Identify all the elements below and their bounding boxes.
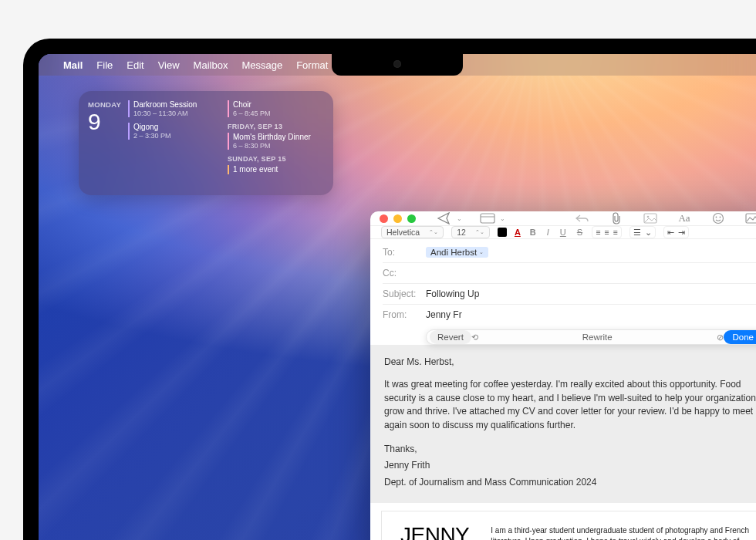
widget-col2: Choir 6 – 8:45 PM FRIDAY, SEP 13 Mom's B… <box>224 100 324 186</box>
subject-row[interactable]: Subject: Following Up <box>383 284 756 305</box>
align-group: ≡ ≡ ≡ <box>592 226 621 238</box>
message-body[interactable]: Dear Ms. Herbst, It was great meeting fo… <box>370 345 756 503</box>
display-notch <box>332 54 463 76</box>
to-recipient-pill[interactable]: Andi Herbst⌄ <box>426 247 488 258</box>
align-left-icon[interactable]: ≡ <box>596 228 600 237</box>
calendar-widget[interactable]: MONDAY 9 Darkroom Session 10:30 – 11:30 … <box>79 91 333 195</box>
cc-row[interactable]: Cc: <box>383 263 756 284</box>
event-choir[interactable]: Choir 6 – 8:45 PM <box>228 100 321 117</box>
event-qigong[interactable]: Qigong 2 – 3:30 PM <box>128 123 221 140</box>
align-right-icon[interactable]: ≡ <box>613 228 617 237</box>
menu-view[interactable]: View <box>158 59 180 71</box>
widget-day-fri: FRIDAY, SEP 13 <box>228 123 321 130</box>
mail-headers: To: Andi Herbst⌄ Cc: Subject: Following … <box>370 239 756 325</box>
app-menu[interactable]: Mail <box>63 59 83 71</box>
event-darkroom[interactable]: Darkroom Session 10:30 – 11:30 AM <box>128 100 221 117</box>
done-button[interactable]: Done <box>724 330 757 344</box>
widget-day: 9 <box>88 110 125 133</box>
svg-point-5 <box>716 217 717 218</box>
body-thanks: Thanks, <box>384 443 756 456</box>
strike-button[interactable]: S <box>575 228 584 237</box>
emoji-icon[interactable] <box>710 211 727 225</box>
widget-col1: Darkroom Session 10:30 – 11:30 AM Qigong… <box>125 100 224 186</box>
color-swatch[interactable] <box>498 228 507 237</box>
writing-tools-bar: Revert ⟲ Rewrite ⊘ Done <box>426 329 756 345</box>
from-row[interactable]: From: Jenny Fr <box>383 305 756 325</box>
svg-point-4 <box>714 214 724 224</box>
mail-compose-window: ⌄ ⌄ Aa ⌄ Helvetica⌃⌄ 12⌃⌄ <box>370 211 756 540</box>
event-birthday[interactable]: Mom's Birthday Dinner 6 – 8:30 PM <box>228 133 321 150</box>
zoom-button[interactable] <box>407 214 416 223</box>
event-more[interactable]: 1 more event <box>228 165 321 174</box>
desktop: Mail File Edit View Mailbox Message Form… <box>39 54 756 540</box>
size-select[interactable]: 12⌃⌄ <box>451 226 490 238</box>
reply-icon[interactable] <box>574 211 591 225</box>
list-group: ☰ ⌄ <box>629 226 656 238</box>
minimize-button[interactable] <box>393 214 402 223</box>
to-label: To: <box>383 247 426 258</box>
svg-point-3 <box>647 216 650 218</box>
italic-button[interactable]: I <box>545 228 551 237</box>
format-bar: Helvetica⌃⌄ 12⌃⌄ A B I U S ≡ ≡ ≡ ☰ ⌄ ⇤ <box>370 225 756 239</box>
resume-name: JENNY FRITH <box>400 525 469 540</box>
body-sig-dept: Dept. of Journalism and Mass Communicati… <box>384 476 756 489</box>
menu-mailbox[interactable]: Mailbox <box>194 59 228 71</box>
media-icon[interactable] <box>744 211 756 225</box>
indent-icon[interactable]: ⇥ <box>678 228 685 237</box>
rewrite-label: Rewrite <box>478 332 717 342</box>
rewrite-step-icon[interactable]: ⊘ <box>717 332 724 343</box>
from-value: Jenny Fr <box>426 309 462 320</box>
laptop-bezel: Mail File Edit View Mailbox Message Form… <box>23 39 756 540</box>
bullet-list-icon[interactable]: ☰ <box>633 228 641 237</box>
align-center-icon[interactable]: ≡ <box>604 228 609 237</box>
format-icon[interactable]: Aa <box>676 211 693 225</box>
revert-button[interactable]: Revert <box>430 330 471 344</box>
attach-icon[interactable] <box>608 211 625 225</box>
header-fields-icon[interactable] <box>479 211 496 225</box>
underline-button[interactable]: U <box>559 228 568 237</box>
to-row[interactable]: To: Andi Herbst⌄ <box>383 242 756 263</box>
menu-format[interactable]: Format <box>296 59 328 71</box>
svg-rect-0 <box>481 214 494 223</box>
close-button[interactable] <box>380 214 388 223</box>
resume-attachment[interactable]: JENNY FRITH I am a third-year student un… <box>381 511 756 540</box>
resume-bio: I am a third-year student undergraduate … <box>491 525 749 540</box>
subject-value: Following Up <box>426 289 479 299</box>
color-a-icon[interactable]: A <box>515 228 521 237</box>
menu-message[interactable]: Message <box>241 59 282 71</box>
revert-step-icon[interactable]: ⟲ <box>471 332 478 343</box>
send-icon[interactable] <box>436 211 453 225</box>
titlebar: ⌄ ⌄ Aa ⌄ <box>370 211 756 225</box>
traffic-lights <box>380 214 416 223</box>
font-select[interactable]: Helvetica⌃⌄ <box>381 226 444 238</box>
from-label: From: <box>383 309 426 320</box>
body-sig-name: Jenny Frith <box>384 459 756 472</box>
photo-browser-icon[interactable] <box>642 211 659 225</box>
widget-dow: MONDAY <box>88 100 125 109</box>
body-paragraph: It was great meeting for coffee yesterda… <box>384 378 756 432</box>
header-options-chevron[interactable]: ⌄ <box>500 215 505 222</box>
widget-day-sun: SUNDAY, SEP 15 <box>228 155 321 163</box>
menu-edit[interactable]: Edit <box>127 59 143 71</box>
bold-button[interactable]: B <box>528 228 538 237</box>
menu-file[interactable]: File <box>96 59 113 71</box>
subject-label: Subject: <box>383 289 426 299</box>
outdent-icon[interactable]: ⇤ <box>667 228 674 237</box>
cc-label: Cc: <box>383 268 426 278</box>
indent-group: ⇤ ⇥ <box>663 226 689 238</box>
svg-point-6 <box>720 217 721 218</box>
widget-today: MONDAY 9 <box>88 100 125 186</box>
send-options-chevron[interactable]: ⌄ <box>457 215 462 222</box>
body-greeting: Dear Ms. Herbst, <box>384 356 756 369</box>
